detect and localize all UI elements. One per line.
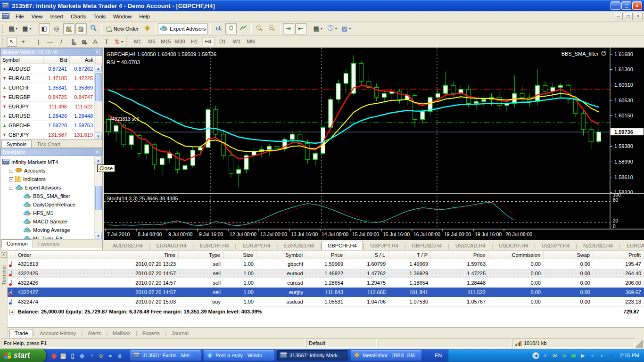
menu-help[interactable]: Help (135, 12, 154, 21)
column-header-Time[interactable]: Time (77, 251, 179, 259)
menu-charts[interactable]: Charts (67, 12, 90, 21)
column-header-Price[interactable]: Price (431, 251, 488, 259)
hide-icons-chevron[interactable]: ◀ (532, 352, 539, 359)
tab-common[interactable]: Common (1, 239, 33, 248)
chart-tab-usdchf-h4[interactable]: USDCHF,H4 (493, 241, 534, 250)
fibonacci-tool[interactable]: ≣F (79, 37, 89, 47)
navigator-item-bbs-sma-filter[interactable]: BBS_SMA_filter (2, 192, 102, 200)
scroll-down-icon[interactable]: ▼ (95, 132, 102, 140)
timeframe-w1[interactable]: W1 (230, 37, 243, 46)
vertical-line-tool[interactable]: | (33, 37, 44, 47)
terminal-toggle[interactable]: ▨ (75, 23, 87, 34)
scroll-down-icon[interactable]: ▼ (95, 232, 102, 239)
timeframe-d1[interactable]: D1 (216, 37, 229, 46)
tray-volume-icon[interactable]: ◗ (598, 352, 605, 359)
navigator-item-macd-sample[interactable]: MACD Sample (2, 217, 102, 226)
navigator-close-icon[interactable]: ✕ (94, 149, 100, 155)
child-close-button[interactable]: × (634, 13, 643, 20)
navigator-item-infinity-markets-mt4[interactable]: Infinity Markets MT4 (2, 158, 102, 166)
column-header-icon[interactable] (8, 251, 16, 259)
resize-grip[interactable] (636, 338, 643, 348)
market-watch-row[interactable]: ▲EURCHF1.353411.35369 (0, 83, 102, 92)
chart-tab-gbpusd-h4[interactable]: GBPUSD,H4 (405, 241, 448, 250)
quicklaunch-app[interactable]: ◉ (50, 352, 58, 359)
task-button[interactable]: 313567: Infinity Mark... (277, 350, 348, 361)
timeframe-m1[interactable]: M1 (131, 37, 144, 46)
bar-chart-button[interactable] (213, 23, 224, 34)
collapse-icon[interactable]: − (9, 186, 13, 190)
market-watch-toggle[interactable]: ◧ (39, 23, 50, 34)
auto-scroll-toggle[interactable]: ⇥ (283, 23, 294, 34)
profiles-button-dropdown-icon[interactable]: ▾ (30, 26, 32, 31)
order-row-4322427[interactable]: 43224272010.07.20 14:57sell1.00eurjpy111… (8, 288, 644, 297)
tray-antivirus-icon[interactable]: × (542, 352, 549, 359)
chart-tab-eurcad-h4[interactable]: EURCAD,H4 (620, 241, 644, 250)
expand-icon[interactable]: + (9, 169, 13, 173)
scrollbar-thumb[interactable] (95, 186, 102, 210)
chart-window[interactable]: #4321813 sell1.616801.613001.609101.6053… (104, 48, 644, 250)
market-watch-row[interactable]: ▲GBPCHF1.597281.59763 (0, 121, 102, 130)
chart-tab-usdcad-h4[interactable]: USDCAD,H4 (449, 241, 492, 250)
tray-smiley-icon[interactable]: ☺ (561, 352, 568, 359)
chart-tab-gbpchf-h4[interactable]: GBPCHF,H4 (322, 241, 363, 250)
expand-icon[interactable]: + (9, 177, 13, 181)
profile-status[interactable]: Default (306, 338, 377, 348)
zoom-out-button[interactable]: − (266, 23, 278, 34)
quicklaunch-globe[interactable]: ● (107, 352, 114, 359)
data-window-toggle[interactable]: ◎ (51, 23, 62, 34)
menu-insert[interactable]: Insert (46, 12, 67, 21)
restore-button[interactable]: □ (621, 1, 631, 10)
child-minimize-button[interactable]: ─ (614, 13, 623, 20)
column-header-symbol[interactable]: Symbol (0, 56, 44, 64)
menu-file[interactable]: File (12, 12, 28, 21)
terminal-tab-journal[interactable]: Journal (166, 329, 194, 337)
column-header-Symbol[interactable]: Symbol (256, 251, 306, 259)
crosshair-tool[interactable]: + (18, 37, 28, 47)
timeframe-m15[interactable]: M15 (159, 37, 173, 46)
timeframe-m30[interactable]: M30 (173, 37, 187, 46)
periods-button[interactable]: ▾ (325, 23, 339, 34)
strategy-tester-button[interactable] (88, 23, 99, 34)
navigator-item-moving-average[interactable]: Moving Average (2, 226, 102, 234)
column-header-Price[interactable]: Price (306, 251, 346, 259)
expert-advisors-button[interactable]: Expert Advisors (158, 23, 207, 34)
column-header-Swap[interactable]: Swap (544, 251, 593, 259)
chart-tab-gbpjpy-h4[interactable]: GBPJPY,H4 (364, 241, 404, 250)
market-watch-row[interactable]: ▼EURAUD1.471851.47225 (0, 74, 102, 83)
navigator-item-indicators[interactable]: +fIndicators (2, 175, 102, 183)
text-label-tool[interactable]: T (101, 37, 112, 47)
column-header-Commission[interactable]: Commission (488, 251, 544, 259)
market-watch-row[interactable]: ▲EURUSD1.284261.28448 (0, 111, 102, 121)
navigator-item-hfs-m1[interactable]: HFS_M1 (2, 209, 102, 217)
tray-network-icon[interactable]: ● (589, 352, 596, 359)
column-header-bid[interactable]: Bid (44, 56, 70, 64)
order-row-4322474[interactable]: 43224742010.07.20 15:03buy1.00usdcad1.05… (8, 297, 644, 306)
tray-mail-icon[interactable]: ✉ (551, 352, 558, 359)
quicklaunch-messenger[interactable]: ◆ (78, 352, 86, 359)
order-row-4322426[interactable]: 43224262010.07.20 14:57sell1.00eurusd1.2… (8, 278, 644, 288)
terminal-close-icon[interactable]: ✕ (1, 252, 7, 258)
task-button[interactable]: !MetaEditor - [BBS_SM... (351, 350, 421, 361)
scrollbar-thumb[interactable] (95, 73, 102, 101)
market-watch-scrollbar[interactable]: ▲ ▼ (94, 65, 102, 140)
task-button[interactable]: ePost a reply - Windo... (204, 350, 274, 361)
chart-tab-euraud-h4[interactable]: EURAUD,H4 (150, 241, 192, 250)
chart-tab-nzdusd-h4[interactable]: NZDUSD,H4 (577, 241, 619, 250)
alert-icon[interactable]: ! (141, 23, 153, 34)
terminal-tab-account-history[interactable]: Account History (34, 329, 81, 337)
chart-tab-audusd-h4[interactable]: AUDUSD,H4 (107, 241, 149, 250)
trendline-tool[interactable]: / (56, 37, 66, 47)
scroll-up-icon[interactable]: ▲ (95, 156, 102, 164)
column-header-T / P[interactable]: T / P (388, 251, 431, 259)
timeframe-h4[interactable]: H4 (202, 37, 215, 46)
market-watch-row[interactable]: ▲AUDUSD0.872410.87262 (0, 64, 102, 74)
candlestick-chart-button[interactable] (225, 23, 237, 34)
column-header-Type[interactable]: Type (179, 251, 223, 259)
channel-tool[interactable]: ∥E (67, 37, 78, 47)
quicklaunch-printer[interactable]: ▤ (59, 352, 67, 359)
navigator-item-mr-turki-ea[interactable]: Mr. Turki_EA (2, 234, 102, 239)
market-watch-row[interactable]: ▼EURGBP0.847250.84747 (0, 92, 102, 102)
tray-program-icon[interactable]: ▣ (570, 352, 577, 359)
quicklaunch-calendar[interactable]: ◔ (88, 352, 95, 359)
column-header-ask[interactable]: Ask (70, 56, 96, 64)
